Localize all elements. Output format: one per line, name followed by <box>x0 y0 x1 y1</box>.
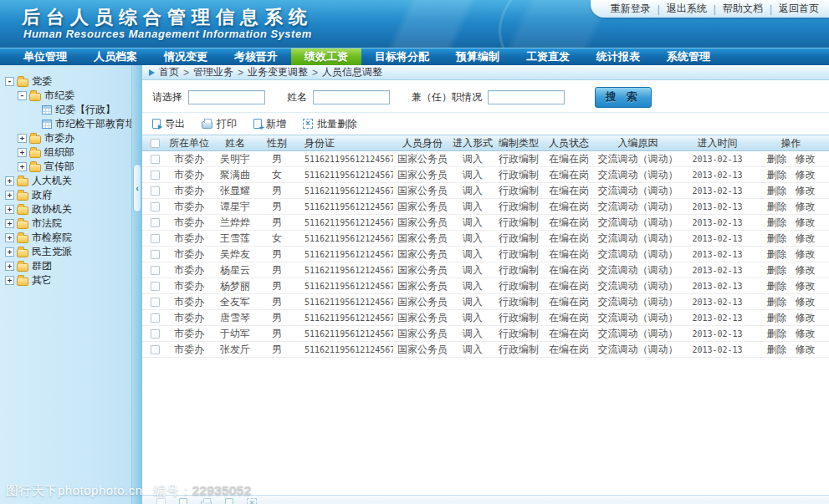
row-checkbox[interactable] <box>151 329 160 339</box>
tree-item[interactable]: -党委 <box>0 74 142 89</box>
modify-link[interactable]: 修改 <box>796 185 816 196</box>
quick-link[interactable]: 帮助文档 <box>723 2 763 16</box>
tree-toggle-minus-icon[interactable]: - <box>5 77 14 86</box>
tree-item[interactable]: +政协机关 <box>0 202 142 216</box>
delete-link[interactable]: 删除 <box>767 185 787 196</box>
modify-link[interactable]: 修改 <box>796 264 816 276</box>
tree-item[interactable]: +组织部 <box>0 145 142 160</box>
tree-toggle-plus-icon[interactable]: + <box>18 162 27 171</box>
tree-item[interactable]: 市纪检干部教育培训中心 <box>0 117 142 131</box>
content-panel: 首页>管理业务>业务变更调整>人员信息调整 请选择姓名兼（任）职情况 搜 索 导… <box>142 65 829 504</box>
nav-item[interactable]: 单位管理 <box>10 48 80 65</box>
tree-item[interactable]: -市纪委 <box>0 89 142 103</box>
watermark-number-label: 编号： <box>153 483 192 497</box>
delete-link[interactable]: 删除 <box>767 248 787 260</box>
breadcrumb-item[interactable]: 人员信息调整 <box>322 65 382 79</box>
tree-item[interactable]: +宣传部 <box>0 160 142 174</box>
row-checkbox[interactable] <box>151 313 160 323</box>
row-checkbox[interactable] <box>151 298 160 307</box>
tree-toggle-plus-icon[interactable]: + <box>18 148 27 157</box>
delete-link[interactable]: 删除 <box>767 280 787 292</box>
tree-item[interactable]: +政府 <box>0 188 142 202</box>
tree-toggle-plus-icon[interactable]: + <box>5 219 14 228</box>
nav-item[interactable]: 绩效工资 <box>291 48 361 65</box>
nav-item[interactable]: 情况变更 <box>151 48 221 65</box>
tree-item[interactable]: +群团 <box>0 259 142 273</box>
delete-link[interactable]: 删除 <box>767 264 787 276</box>
tree-item[interactable]: +人大机关 <box>0 174 142 188</box>
delete-link[interactable]: 删除 <box>767 296 787 308</box>
search-input[interactable] <box>313 90 390 104</box>
nav-item[interactable]: 统计报表 <box>583 48 653 65</box>
tree-toggle-plus-icon[interactable]: + <box>5 262 14 271</box>
tree-toggle-plus-icon[interactable]: + <box>5 191 14 200</box>
modify-link[interactable]: 修改 <box>796 216 816 228</box>
delete-link[interactable]: 删除 <box>767 344 787 355</box>
tree-item[interactable]: +民主党派 <box>0 245 142 259</box>
modify-link[interactable]: 修改 <box>796 201 816 212</box>
modify-link[interactable]: 修改 <box>796 248 816 260</box>
nav-item[interactable]: 目标将分配 <box>361 48 443 65</box>
tree-toggle-plus-icon[interactable]: + <box>5 276 14 285</box>
quick-link[interactable]: 返回首页 <box>779 2 819 16</box>
row-checkbox[interactable] <box>151 155 160 164</box>
search-input[interactable] <box>488 90 565 104</box>
breadcrumb-item[interactable]: 管理业务 <box>193 65 233 79</box>
delete-link[interactable]: 删除 <box>767 201 787 212</box>
search-input[interactable] <box>188 90 265 104</box>
row-checkbox[interactable] <box>151 186 160 196</box>
row-checkbox[interactable] <box>151 171 160 180</box>
modify-link[interactable]: 修改 <box>796 153 816 165</box>
modify-link[interactable]: 修改 <box>796 344 816 355</box>
delete-link[interactable]: 删除 <box>767 328 787 339</box>
modify-link[interactable]: 修改 <box>796 169 816 181</box>
nav-item[interactable]: 系统管理 <box>653 48 724 65</box>
footer-select-all-checkbox[interactable] <box>156 498 166 504</box>
collapse-sidebar-handle[interactable] <box>133 164 141 212</box>
row-checkbox[interactable] <box>151 266 160 275</box>
tree-toggle-plus-icon[interactable]: + <box>18 134 27 143</box>
nav-item[interactable]: 考核晋升 <box>221 48 291 65</box>
tree-item[interactable]: +市检察院 <box>0 231 142 245</box>
row-checkbox[interactable] <box>151 218 160 227</box>
row-checkbox[interactable] <box>151 345 160 354</box>
toolbar-button[interactable]: 新增 <box>253 117 286 131</box>
nav-item[interactable]: 预算编制 <box>443 48 513 65</box>
quick-link[interactable]: 重新登录 <box>611 2 651 16</box>
modify-link[interactable]: 修改 <box>796 312 816 323</box>
tree-toggle-plus-icon[interactable]: + <box>5 233 14 242</box>
modify-link[interactable]: 修改 <box>796 296 816 308</box>
row-checkbox[interactable] <box>151 282 160 291</box>
tree-item[interactable]: 纪委【行政】 <box>0 103 142 117</box>
delete-link[interactable]: 删除 <box>767 312 787 323</box>
tree-toggle-minus-icon[interactable]: - <box>18 91 27 100</box>
delete-link[interactable]: 删除 <box>767 153 787 165</box>
row-checkbox[interactable] <box>151 250 160 259</box>
toolbar-button[interactable]: 批量删除 <box>303 117 357 131</box>
tree-toggle-plus-icon[interactable]: + <box>5 247 14 257</box>
nav-item[interactable]: 工资直发 <box>513 48 583 65</box>
toolbar-button[interactable]: 导出 <box>152 117 185 131</box>
row-checkbox[interactable] <box>151 202 160 211</box>
delete-link[interactable]: 删除 <box>767 216 787 228</box>
tree-toggle-plus-icon[interactable]: + <box>5 176 14 186</box>
breadcrumb-item[interactable]: 首页 <box>159 65 179 79</box>
sidebar-splitter[interactable] <box>131 65 142 504</box>
tree-toggle-plus-icon[interactable]: + <box>5 205 14 214</box>
toolbar-button[interactable]: 打印 <box>202 117 237 131</box>
search-form: 请选择姓名兼（任）职情况 搜 索 <box>142 80 829 112</box>
delete-link[interactable]: 删除 <box>767 232 787 244</box>
modify-link[interactable]: 修改 <box>796 280 816 292</box>
tree-item[interactable]: +市法院 <box>0 216 142 231</box>
row-checkbox[interactable] <box>151 234 160 243</box>
modify-link[interactable]: 修改 <box>796 328 816 339</box>
tree-item[interactable]: +其它 <box>0 273 142 288</box>
quick-link[interactable]: 退出系统 <box>667 2 707 16</box>
search-button[interactable]: 搜 索 <box>595 87 652 108</box>
modify-link[interactable]: 修改 <box>796 232 816 244</box>
tree-item[interactable]: +市委办 <box>0 131 142 145</box>
breadcrumb-item[interactable]: 业务变更调整 <box>248 65 308 79</box>
select-all-checkbox[interactable] <box>151 139 160 148</box>
delete-link[interactable]: 删除 <box>767 169 787 181</box>
nav-item[interactable]: 人员档案 <box>80 48 151 65</box>
